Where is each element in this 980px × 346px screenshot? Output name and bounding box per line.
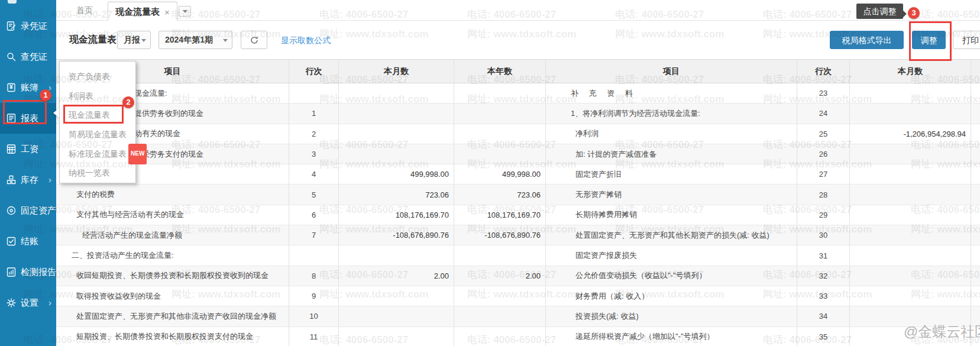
show-formula-link[interactable]: 显示取数公式 [281,35,331,46]
line-no-cell: 5 [289,185,339,205]
sidebar-item-10[interactable]: 设置› [0,287,56,318]
chevron-down-icon [183,10,187,13]
sidebar-item-4[interactable]: 报表 [0,103,56,134]
line-no-cell: 1 [289,104,339,124]
item-cell: 支付的税费 [56,185,289,205]
period-type-value: 月报 [124,35,140,46]
report-menu-item-1[interactable]: 资产负债表 [60,67,135,86]
column-header-4: 本年数 [454,60,546,83]
line-no-cell: 3 [289,144,339,164]
sidebar-item-2[interactable]: 查凭证 [0,41,56,72]
line-no-cell: 11 [289,327,339,346]
item-cell: 公允价值变动损失（收益以"-"号填列） [546,266,797,286]
line-no-cell: 7 [289,225,339,245]
sidebar-item-5[interactable]: 工资 [0,134,56,164]
main-content: 首页 现金流量表 × 现金流量表 月报 2024年第1期 [56,0,980,346]
report-menu-item-3[interactable]: 现金流量表 [60,105,135,125]
sidebar-item-label: 工资 [21,144,38,155]
clipped-cell [971,327,980,346]
sidebar-item-label: 账簿 [21,82,38,93]
close-icon[interactable]: × [164,8,170,17]
table-row: 接受劳务支付的现金3加: 计提的资产减值准备26 [56,144,980,164]
table-row: 经营活动产生的现金流量净额7-108,676,890.76-108,676,89… [56,225,980,245]
month-amount-cell [850,327,971,346]
line-no-cell: 9 [289,286,339,306]
chevron-down-icon [223,39,228,42]
table-header-row: 项目行次本月数本年数项目行次本月数 [56,60,980,83]
sidebar-item-label: 查凭证 [21,51,47,63]
item-cell: 加: 计提的资产减值准备 [546,144,797,164]
month-amount-cell [339,327,454,346]
sidebar-item-label: 库存 [21,174,38,186]
sidebar-item-6[interactable]: 库存› [0,164,56,195]
month-amount-cell: 499,998.00 [339,164,454,185]
column-header-6: 行次 [797,60,850,83]
line-no-cell: 6 [289,205,339,225]
item-cell: 二、投资活动产生的现金流量: [56,245,289,266]
report-menu-item-6[interactable]: 纳税一览表 [60,163,135,183]
period-type-select[interactable]: 月报 [117,31,151,49]
step-badge-2: 2 [122,96,134,108]
sidebar-item-9[interactable]: 检测报告 [0,257,56,287]
item-cell: 投资损失(减: 收益) [546,306,797,326]
adjust-tooltip: 点击调整 [856,4,903,19]
salary-icon [6,144,17,154]
item-cell: 短期投资、长期债券投资和长期股权投资支付的现金 [56,327,289,346]
sidebar-item-7[interactable]: 固定资产 [0,195,56,226]
refresh-button[interactable] [241,31,267,49]
item-cell: 固定资产折旧 [546,164,797,185]
column-header-8 [971,60,980,83]
clipped-cell [971,286,980,306]
table-row: 动有关的现金2净利润25-1,206,954,298.94 [56,124,980,144]
sidebar-item-label: 结账 [21,236,38,247]
clipped-cell [971,205,980,225]
item-cell: 递延所得税资产减少（增加以"-"号填列） [546,327,797,346]
month-amount-cell [850,164,971,185]
month-amount-cell: -108,676,890.76 [339,225,454,245]
year-amount-cell [454,327,546,346]
chevron-right-icon: › [48,174,51,185]
tab-list-dropdown-button[interactable] [179,6,191,17]
clipped-cell [971,104,980,124]
period-select[interactable]: 2024年第1期 [159,31,232,49]
report-menu-item-5[interactable]: 标准现金流量表NEW [60,144,135,163]
flyout-arrow [53,108,59,118]
line-no-cell: 31 [797,245,850,266]
month-amount-cell [850,225,971,245]
menu-item-label: 利润表 [69,91,93,101]
adjust-button[interactable]: 调整 [912,31,946,49]
tab-cash-flow-statement[interactable]: 现金流量表 × [108,2,177,21]
clipped-cell [971,83,980,104]
sidebar-item-label: 录凭证 [21,21,47,32]
print-button[interactable]: 打印 [953,31,980,49]
year-amount-cell: 2.00 [454,266,546,286]
line-no-cell: 10 [289,306,339,326]
clipped-cell [971,245,980,266]
month-amount-cell: 2.00 [339,266,454,286]
voucher-entry-icon [6,21,17,31]
year-amount-cell: 499,998.00 [454,164,546,185]
sidebar-item-1[interactable]: 录凭证 [0,11,56,41]
year-amount-cell: 108,176,169.70 [454,205,546,225]
line-no-cell [289,83,339,104]
new-badge: NEW [128,144,147,164]
item-cell: 取得投资收益收到的现金 [56,286,289,306]
year-amount-cell [454,245,546,266]
tax-format-export-button[interactable]: 税局格式导出 [830,31,904,49]
month-amount-cell [339,286,454,306]
month-amount-cell [339,306,454,326]
refresh-icon [249,35,260,46]
month-amount-cell [339,144,454,164]
app-window: 录凭证查凭证账簿›报表工资库存›固定资产结账检测报告设置› 首页 现金流量表 ×… [0,0,980,346]
line-no-cell [289,245,339,266]
item-cell: 1、将净利润调节为经营活动现金流量: [546,104,797,124]
item-cell: 处置固定资产、无形资产和其他长期资产的损失(减: 收益) [546,225,797,245]
table-row: 短期投资、长期债券投资和长期股权投资支付的现金11递延所得税资产减少（增加以"-… [56,327,980,346]
report-menu: 资产负债表利润表现金流量表简易现金流量表标准现金流量表NEW纳税一览表 [59,61,136,183]
line-no-cell: 27 [797,164,850,185]
line-no-cell: 29 [797,205,850,225]
tab-home[interactable]: 首页 [67,0,102,21]
sidebar-item-8[interactable]: 结账 [0,226,56,257]
settings-icon [6,298,17,308]
report-menu-item-4[interactable]: 简易现金流量表 [60,125,135,144]
